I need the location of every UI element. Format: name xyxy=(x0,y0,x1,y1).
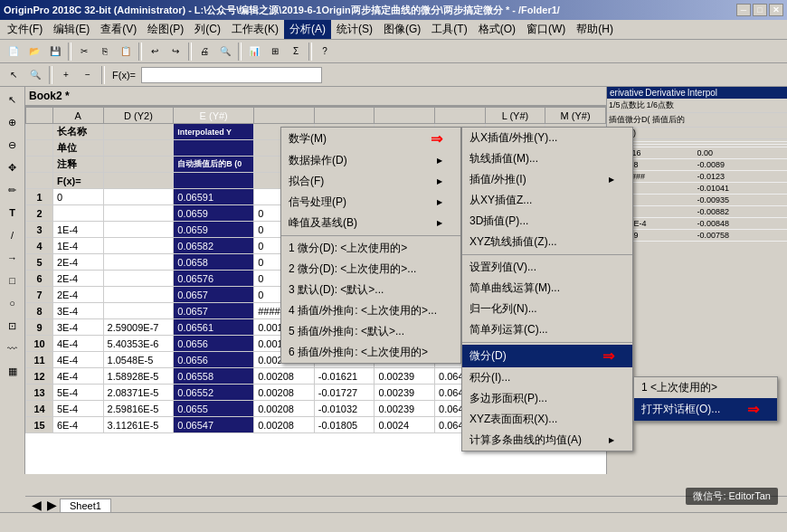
cell[interactable]: -0.01621 xyxy=(314,368,375,385)
cell[interactable]: 0.0656 xyxy=(174,336,254,352)
tab-next[interactable]: ▶ xyxy=(44,498,60,512)
polygon-area[interactable]: 多边形面积(P)... xyxy=(462,388,632,409)
close-button[interactable]: ✕ xyxy=(769,4,783,16)
cell[interactable]: 0.06547 xyxy=(174,417,254,433)
menu-view[interactable]: 查看(V) xyxy=(95,20,142,39)
cell[interactable]: 3E-4 xyxy=(53,303,104,319)
menu-signal[interactable]: 信号处理(P) ▶ xyxy=(281,192,460,213)
mask-tool[interactable]: ▦ xyxy=(2,360,24,382)
col-e-header[interactable]: E (Y#) xyxy=(174,108,254,124)
cell[interactable]: 0.00239 xyxy=(375,385,435,401)
paste-btn[interactable]: 📋 xyxy=(116,42,136,62)
menu-window[interactable]: 窗口(W) xyxy=(521,20,571,39)
cell[interactable]: 2E-4 xyxy=(53,287,104,303)
menu-peak[interactable]: 峰值及基线(B) ▶ xyxy=(281,213,460,233)
col-f-header[interactable] xyxy=(254,108,315,124)
simple-curve[interactable]: 简单曲线运算(M)... xyxy=(462,278,632,299)
cell[interactable] xyxy=(103,205,174,222)
recent-2[interactable]: 2 微分(D): <上次使用的>... xyxy=(281,259,460,280)
recent-4[interactable]: 4 插值/外推向: <上次使用的>... xyxy=(281,300,460,321)
cell[interactable] xyxy=(103,189,174,205)
menu-data-manip[interactable]: 数据操作(D) ▶ xyxy=(281,150,460,171)
freehand-tool[interactable]: 〰 xyxy=(2,337,24,359)
rect-tool[interactable]: □ xyxy=(2,270,24,291)
cell[interactable]: 0.06582 xyxy=(174,238,254,254)
cell[interactable]: 0.06552 xyxy=(174,385,254,401)
interp-3d[interactable]: 3D插值(P)... xyxy=(462,211,632,232)
recent-5[interactable]: 5 插值/外推向: <默认>... xyxy=(281,321,460,342)
cell[interactable]: 0.0657 xyxy=(174,303,254,319)
set-col-val[interactable]: 设置列值(V)... xyxy=(462,257,632,278)
region-tool[interactable]: ⊡ xyxy=(2,315,24,337)
analysis-menu-popup[interactable]: 数学(M) ⇒ 数据操作(D) ▶ 拟合(F) ▶ 信号处理(P) ▶ 峰值及基… xyxy=(280,127,461,364)
menu-column[interactable]: 列(C) xyxy=(189,20,226,39)
integral[interactable]: 积分(I)... xyxy=(462,367,632,388)
cell[interactable]: 0.0024 xyxy=(375,417,435,433)
new-btn[interactable]: 📄 xyxy=(4,42,24,62)
cell[interactable] xyxy=(103,238,174,254)
cell[interactable]: 3.11261E-5 xyxy=(103,417,174,433)
col-h-header[interactable] xyxy=(375,108,435,124)
cell[interactable] xyxy=(103,287,174,303)
trace-interp[interactable]: 轨线插值(M)... xyxy=(462,148,632,169)
interp-xy[interactable]: 从X插值/外推(Y)... xyxy=(462,128,632,148)
cell[interactable]: 0.00208 xyxy=(254,417,315,433)
cell[interactable]: 1.0548E-5 xyxy=(103,352,174,368)
cell[interactable]: -0.01032 xyxy=(314,401,375,417)
cell[interactable]: -0.01727 xyxy=(314,385,375,401)
print-btn[interactable]: 🖨 xyxy=(194,42,214,62)
zoom-in-tool[interactable]: ⊕ xyxy=(2,111,24,133)
cell[interactable] xyxy=(103,303,174,319)
col-d-header[interactable]: D (Y2) xyxy=(103,108,174,124)
cell[interactable]: 1.58928E-5 xyxy=(103,368,174,385)
col-g-header[interactable] xyxy=(314,108,375,124)
cell[interactable]: 2E-4 xyxy=(53,271,104,287)
cell[interactable]: 0.0659 xyxy=(174,222,254,238)
cell[interactable]: 2.08371E-5 xyxy=(103,385,174,401)
text-tool[interactable]: T xyxy=(2,202,24,223)
math-submenu-popup[interactable]: 从X插值/外推(Y)... 轨线插值(M)... 插值/外推(I) ▶ 从XY插… xyxy=(461,127,633,451)
cell[interactable]: 2E-4 xyxy=(53,254,104,271)
pan-tool[interactable]: ✥ xyxy=(2,157,24,178)
col-m-header[interactable]: M (Y#) xyxy=(545,108,606,124)
cell[interactable]: 0.0658 xyxy=(174,254,254,271)
cell[interactable]: 0.0659 xyxy=(174,205,254,222)
cell[interactable]: 0 xyxy=(53,189,104,205)
menu-format[interactable]: 格式(O) xyxy=(473,20,521,39)
cell[interactable]: 4E-4 xyxy=(53,336,104,352)
formula-input[interactable] xyxy=(141,67,322,83)
zoom-out-tool[interactable]: ⊖ xyxy=(2,134,24,156)
add-row[interactable]: + xyxy=(56,65,76,85)
cell[interactable]: 1E-4 xyxy=(53,222,104,238)
cell[interactable]: 0.0655 xyxy=(174,401,254,417)
interp-xyz[interactable]: 从XY插值Z... xyxy=(462,190,632,211)
interp-extrap[interactable]: 插值/外推(I) ▶ xyxy=(462,169,632,190)
cell[interactable]: 0.00208 xyxy=(254,385,315,401)
differential[interactable]: 微分(D) ⇒ xyxy=(462,345,632,367)
diff-submenu-popup[interactable]: 1 <上次使用的> 打开对话框(O)... ⇒ xyxy=(633,376,778,422)
cell[interactable]: 0.00208 xyxy=(254,368,315,385)
cut-btn[interactable]: ✂ xyxy=(74,42,94,62)
multi-curve-avg[interactable]: 计算多条曲线的均值(A) ▶ xyxy=(462,430,632,451)
cell[interactable] xyxy=(103,254,174,271)
cell[interactable] xyxy=(53,205,104,222)
diff-last[interactable]: 1 <上次使用的> xyxy=(634,377,777,398)
open-btn[interactable]: 📂 xyxy=(24,42,44,62)
save-btn[interactable]: 💾 xyxy=(45,42,65,62)
diff-dialog[interactable]: 打开对话框(O)... ⇒ xyxy=(634,398,777,421)
select-tool[interactable]: ↖ xyxy=(2,89,24,110)
minimize-button[interactable]: ─ xyxy=(736,4,751,16)
menu-edit[interactable]: 编辑(E) xyxy=(48,20,95,39)
cell[interactable]: 3E-4 xyxy=(53,319,104,336)
menu-help[interactable]: 帮助(H) xyxy=(571,20,619,39)
cell[interactable]: 4E-4 xyxy=(53,368,104,385)
cell[interactable]: 0.06576 xyxy=(174,271,254,287)
cell[interactable]: 0.06561 xyxy=(174,319,254,336)
cell[interactable]: 4E-4 xyxy=(53,352,104,368)
menu-tools[interactable]: 工具(T) xyxy=(426,20,472,39)
cell[interactable]: 0.00239 xyxy=(375,401,435,417)
cell[interactable]: 0.00239 xyxy=(375,368,435,385)
menu-image[interactable]: 图像(G) xyxy=(378,20,426,39)
menu-analysis[interactable]: 分析(A) xyxy=(284,20,331,39)
cell[interactable]: 0.06591 xyxy=(174,189,254,205)
